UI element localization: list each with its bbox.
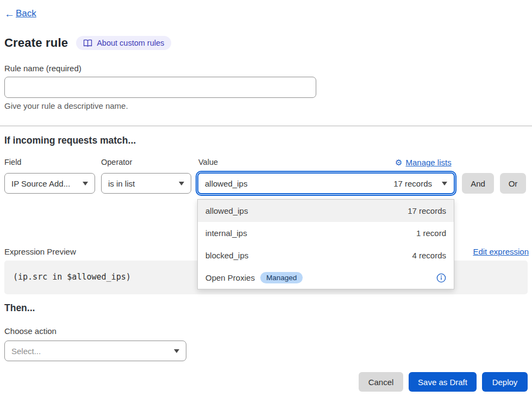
- list-item-name: allowed_ips: [205, 206, 248, 215]
- create-rule-page: ← Back Create rule About custom rules Ru…: [0, 0, 532, 402]
- expression-code: (ip.src in $allowed_ips): [13, 272, 131, 282]
- value-combobox-text: allowed_ips: [205, 179, 247, 188]
- and-button[interactable]: And: [462, 173, 494, 194]
- page-title: Create rule: [4, 36, 68, 50]
- manage-lists-link[interactable]: ⚙ Manage lists: [395, 158, 452, 167]
- managed-badge: Managed: [260, 272, 303, 283]
- save-as-draft-button[interactable]: Save as Draft: [409, 372, 477, 392]
- section-divider: [0, 126, 532, 126]
- back-link-label: Back: [16, 8, 36, 19]
- gear-icon: ⚙: [395, 158, 402, 166]
- operator-select[interactable]: is in list: [101, 173, 191, 194]
- list-item-open-proxies[interactable]: Open Proxies Managed: [198, 267, 454, 289]
- action-select[interactable]: Select...: [4, 341, 186, 361]
- match-section-heading: If incoming requests match...: [4, 135, 136, 146]
- value-dropdown-menu: allowed_ips 17 records internal_ips 1 re…: [197, 199, 454, 289]
- list-item-blocked-ips[interactable]: blocked_ips 4 records: [198, 244, 454, 267]
- choose-action-label: Choose action: [4, 326, 57, 336]
- field-select[interactable]: IP Source Add...: [4, 173, 95, 194]
- rule-name-helper: Give your rule a descriptive name.: [4, 101, 128, 110]
- chevron-down-icon: [174, 349, 179, 353]
- chevron-down-icon: [179, 182, 184, 185]
- operator-label: Operator: [101, 158, 132, 166]
- list-item-meta: 17 records: [408, 206, 446, 215]
- cancel-button[interactable]: Cancel: [359, 372, 403, 392]
- list-item-name: internal_ips: [205, 228, 247, 238]
- chevron-down-icon: [442, 182, 447, 185]
- action-select-placeholder: Select...: [11, 347, 41, 356]
- info-icon[interactable]: [436, 273, 446, 283]
- manage-lists-label: Manage lists: [405, 158, 451, 167]
- operator-select-value: is in list: [108, 179, 135, 188]
- list-item-name: blocked_ips: [205, 251, 248, 260]
- expression-preview-label: Expression Preview: [4, 247, 76, 256]
- about-badge-label: About custom rules: [97, 39, 164, 47]
- rule-name-label: Rule name (required): [4, 64, 82, 73]
- field-select-value: IP Source Add...: [11, 179, 70, 188]
- value-combobox-meta: 17 records: [393, 179, 432, 188]
- book-icon: [83, 39, 92, 47]
- back-arrow-icon: ←: [4, 9, 15, 19]
- or-button[interactable]: Or: [500, 173, 526, 194]
- value-combobox[interactable]: allowed_ips 17 records: [197, 172, 455, 194]
- list-item-allowed-ips[interactable]: allowed_ips 17 records: [198, 200, 454, 222]
- value-label: Value: [198, 158, 218, 166]
- list-item-name: Open Proxies: [205, 273, 255, 282]
- field-label: Field: [4, 158, 21, 166]
- list-item-internal-ips[interactable]: internal_ips 1 record: [198, 222, 454, 244]
- about-custom-rules-link[interactable]: About custom rules: [76, 36, 171, 50]
- then-section-heading: Then...: [4, 302, 35, 314]
- edit-expression-link[interactable]: Edit expression: [473, 247, 529, 256]
- rule-name-input[interactable]: [4, 77, 316, 98]
- title-row: Create rule About custom rules: [4, 36, 171, 50]
- back-link[interactable]: ← Back: [4, 8, 36, 19]
- list-item-meta: 4 records: [412, 251, 446, 260]
- list-item-meta: 1 record: [416, 228, 446, 238]
- deploy-button[interactable]: Deploy: [482, 372, 528, 392]
- chevron-down-icon: [83, 182, 88, 185]
